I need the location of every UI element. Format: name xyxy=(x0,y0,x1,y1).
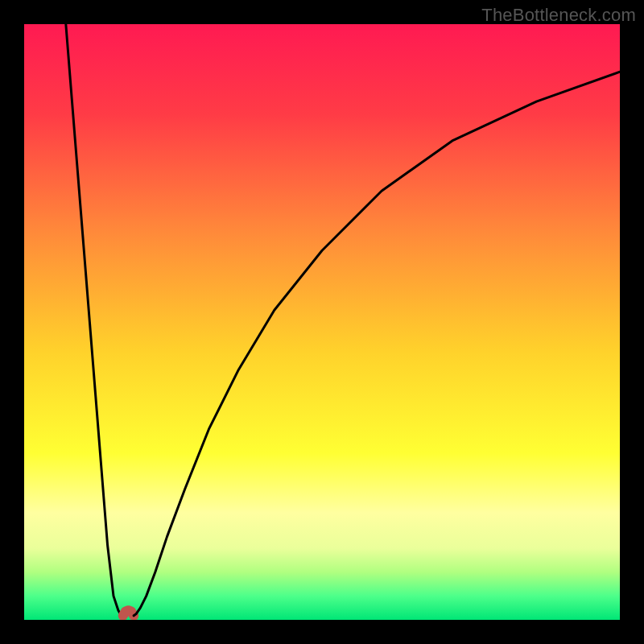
gradient-background xyxy=(24,24,620,620)
series-valley-bottom xyxy=(123,610,134,616)
chart-svg xyxy=(24,24,620,620)
plot-area xyxy=(24,24,620,620)
chart-frame: TheBottleneck.com xyxy=(0,0,644,644)
watermark-text: TheBottleneck.com xyxy=(481,5,636,26)
